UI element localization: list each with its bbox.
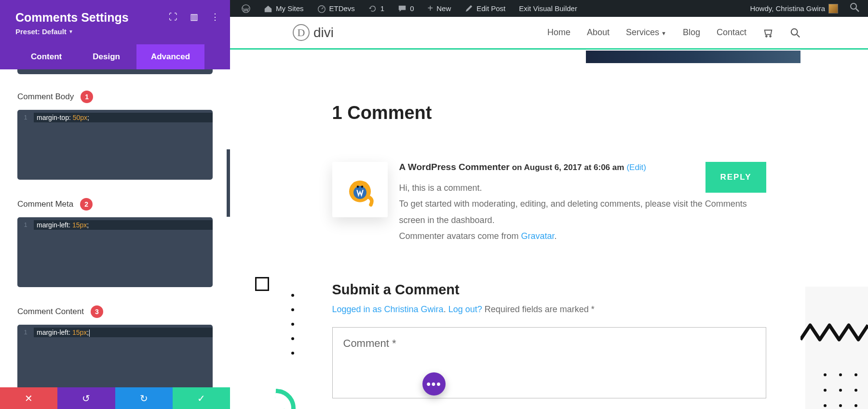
comment-line-3: Commenter avatars come from Gravatar.	[399, 228, 766, 244]
user-avatar-icon	[828, 4, 838, 13]
exit-visual-builder-link[interactable]: Exit Visual Builder	[513, 0, 583, 17]
label-text: Comment Body	[17, 92, 74, 102]
panel-header: Comments Settings Preset: Default ▼ ⛶ ▥ …	[0, 0, 230, 69]
field-label-body: Comment Body 1	[17, 91, 213, 103]
wp-logo-menu[interactable]	[236, 0, 256, 17]
square-decoration	[255, 277, 269, 291]
panel-body[interactable]: Comment Body 1 1 margin-top: 50px; Comme…	[0, 69, 230, 387]
undo-button[interactable]: ↺	[57, 387, 115, 409]
tab-design[interactable]: Design	[76, 44, 136, 69]
svg-point-14	[361, 185, 363, 188]
dot-column-decoration	[291, 294, 294, 355]
collapsed-code-area[interactable]	[17, 69, 213, 74]
required-note: Required fields are marked *	[485, 304, 595, 314]
panel-scrollbar-thumb[interactable]	[227, 149, 230, 217]
comment-textarea[interactable]: Comment *	[332, 327, 766, 398]
css-prop: margin-left	[37, 221, 68, 229]
search-icon[interactable]	[790, 27, 800, 38]
save-button[interactable]: ✓	[173, 387, 230, 409]
logged-in-link[interactable]: Logged in as Christina Gwira	[332, 304, 444, 314]
comment-date: on August 6, 2017 at 6:06 am	[512, 163, 624, 172]
nav-services[interactable]: Services▼	[626, 27, 666, 38]
css-prop: margin-top	[37, 114, 69, 121]
svg-line-8	[797, 34, 800, 37]
responsive-icon[interactable]: ▥	[190, 12, 198, 22]
step-badge-3: 3	[91, 305, 103, 318]
css-value: 50px	[73, 114, 87, 121]
comment-author[interactable]: A WordPress Commenter	[399, 162, 510, 172]
chevron-down-icon: ▼	[68, 29, 73, 34]
comments-heading: 1 Comment	[332, 103, 766, 123]
nav-about[interactable]: About	[587, 27, 610, 38]
user-menu[interactable]: Howdy, Christina Gwira	[744, 0, 841, 17]
zigzag-decoration	[800, 320, 868, 344]
comment-line-2: To get started with moderating, editing,…	[399, 196, 766, 228]
tab-content[interactable]: Content	[15, 44, 76, 69]
code-editor-body[interactable]: 1 margin-top: 50px;	[17, 110, 213, 180]
divi-fab-button[interactable]: •••	[422, 372, 446, 396]
edit-post-label: Edit Post	[476, 4, 505, 13]
plus-icon: +	[428, 3, 434, 14]
svg-line-4	[856, 9, 859, 12]
site-name-label: ETDevs	[329, 4, 355, 13]
magnifier-icon	[850, 2, 859, 12]
line-number: 1	[17, 217, 34, 229]
logo-text: divi	[313, 25, 334, 40]
label-text: Comment Meta	[17, 199, 73, 209]
my-sites-label: My Sites	[276, 4, 304, 13]
new-label: New	[436, 4, 451, 13]
updates-count: 1	[380, 4, 384, 13]
comment-placeholder: Comment *	[343, 337, 396, 349]
nav-contact[interactable]: Contact	[717, 27, 746, 38]
panel-action-bar: ✕ ↺ ↻ ✓	[0, 387, 230, 409]
logged-in-line: Logged in as Christina Gwira. Log out? R…	[332, 304, 766, 315]
cart-icon[interactable]	[763, 27, 773, 38]
pencil-icon	[464, 4, 473, 13]
text-caret	[89, 330, 90, 337]
svg-point-13	[356, 185, 359, 188]
tab-advanced[interactable]: Advanced	[136, 44, 204, 69]
dot-grid-decoration	[824, 373, 857, 407]
logout-link[interactable]: Log out?	[448, 304, 482, 314]
nav-home[interactable]: Home	[547, 27, 570, 38]
svg-point-3	[851, 3, 856, 9]
site-logo[interactable]: D divi	[293, 24, 334, 41]
howdy-label: Howdy, Christina Gwira	[750, 4, 825, 13]
code-editor-meta[interactable]: 1 margin-left: 15px;	[17, 217, 213, 287]
field-label-meta: Comment Meta 2	[17, 198, 213, 211]
edit-post-link[interactable]: Edit Post	[459, 0, 511, 17]
gauge-icon	[317, 4, 326, 13]
comments-menu[interactable]: 0	[392, 0, 420, 17]
field-label-content: Comment Content 3	[17, 305, 213, 318]
primary-nav: Home About Services▼ Blog Contact	[547, 27, 800, 38]
gravatar-link[interactable]: Gravatar	[521, 231, 555, 241]
expand-icon[interactable]: ⛶	[169, 12, 177, 22]
cancel-button[interactable]: ✕	[0, 387, 57, 409]
css-value: 15px	[72, 329, 87, 336]
code-editor-content[interactable]: 1 margin-left: 15px;	[17, 325, 213, 387]
preset-dropdown[interactable]: Preset: Default ▼	[15, 27, 215, 36]
nav-services-label: Services	[626, 27, 659, 37]
svg-point-6	[770, 35, 771, 37]
new-menu[interactable]: + New	[422, 0, 457, 17]
exit-vb-label: Exit Visual Builder	[519, 4, 577, 13]
site-menu[interactable]: ETDevs	[312, 0, 361, 17]
refresh-icon	[368, 4, 377, 13]
reply-button[interactable]: REPLY	[705, 162, 766, 193]
line-number: 1	[17, 325, 34, 337]
admin-search-icon[interactable]	[846, 2, 863, 15]
redo-button[interactable]: ↻	[115, 387, 173, 409]
wp-admin-bar: My Sites ETDevs 1 0 + New Edit Post Exit…	[230, 0, 868, 17]
site-preview: D divi Home About Services▼ Blog Contact…	[230, 17, 868, 409]
house-icon	[264, 4, 272, 13]
edit-comment-link[interactable]: (Edit)	[626, 163, 646, 172]
updates-menu[interactable]: 1	[363, 0, 390, 17]
css-prop: margin-left	[37, 329, 68, 336]
nav-blog[interactable]: Blog	[683, 27, 700, 38]
comment-item: A WordPress Commenter on August 6, 2017 …	[332, 162, 766, 244]
line-number: 1	[17, 110, 34, 121]
label-text: Comment Content	[17, 307, 84, 317]
my-sites-menu[interactable]: My Sites	[258, 0, 310, 17]
svg-point-7	[791, 28, 798, 35]
kebab-menu-icon[interactable]: ⋮	[211, 12, 219, 22]
